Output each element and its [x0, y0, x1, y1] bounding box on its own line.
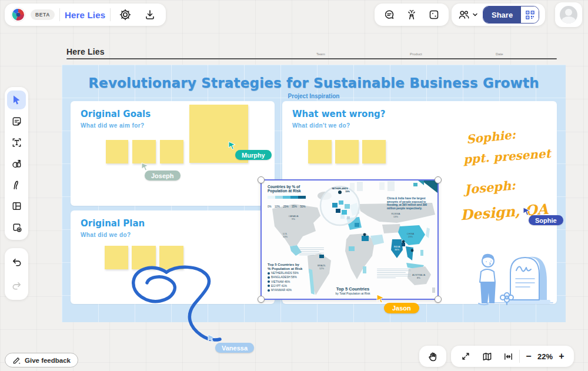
zoom-in-button[interactable]: + [554, 351, 569, 362]
zoom-level[interactable]: 22% [537, 352, 553, 361]
mourner-figure [479, 254, 496, 305]
svg-text:12%: 12% [319, 267, 324, 270]
topbar-tools [375, 4, 449, 26]
avatar-placeholder-icon [560, 6, 577, 24]
sticky-note[interactable] [106, 140, 128, 163]
tool-text[interactable] [7, 133, 26, 152]
sticky-note[interactable] [132, 140, 156, 163]
tool-import-media[interactable] [7, 218, 26, 236]
svg-text:36%: 36% [395, 248, 399, 251]
selection-handle-ne[interactable] [435, 176, 442, 183]
whiteboard-app: Here Lies Team Product Date Revolutionar… [0, 0, 588, 371]
undo-icon[interactable] [7, 253, 26, 272]
fit-width-icon[interactable] [498, 346, 518, 366]
panel-title: Original Goals [81, 109, 151, 119]
frame-title: Here Lies [66, 47, 105, 56]
panel-title: What went wrong? [292, 109, 386, 119]
tool-sections[interactable] [7, 196, 26, 215]
selection-handle-sw[interactable] [258, 296, 265, 303]
svg-text:59%: 59% [345, 190, 350, 193]
sticky-note[interactable] [362, 140, 386, 163]
cursor-sophie: Sophie [523, 207, 563, 225]
collaborators-button[interactable] [457, 5, 478, 25]
topbar-share: Share [452, 4, 545, 26]
cursor-murphy: Murphy [228, 141, 272, 160]
sticky-note[interactable] [160, 140, 183, 163]
svg-text:8%: 8% [417, 276, 420, 279]
map-top5-total: Top 5 Countries by Total Population at R… [320, 287, 385, 295]
download-icon[interactable] [140, 5, 160, 25]
divider [519, 350, 520, 363]
panel-subtitle: What did we aim for? [81, 122, 145, 129]
topbar-left: BETA Here Lies [5, 4, 166, 26]
panel-subtitle: What did we do? [81, 232, 131, 238]
user-avatar[interactable] [555, 2, 582, 27]
svg-text:9%: 9% [292, 218, 295, 220]
chevron-down-icon [472, 12, 478, 18]
tool-palette [5, 87, 28, 240]
svg-text:13%: 13% [283, 235, 288, 238]
comments-icon[interactable] [379, 5, 399, 25]
share-control: Share [483, 6, 539, 24]
magic-wand-icon[interactable] [402, 5, 422, 25]
redo-icon[interactable] [7, 276, 26, 295]
document-title[interactable]: Here Lies [65, 10, 105, 20]
frame-header-rule [66, 58, 557, 59]
map-fineprint [299, 246, 324, 255]
panel-subtitle: What didn't we do? [292, 122, 350, 129]
give-feedback-button[interactable]: Give feedback [5, 353, 78, 367]
map-fineprint [377, 268, 411, 278]
pencil-icon [12, 356, 21, 365]
qr-code-icon[interactable] [521, 6, 539, 23]
tool-sticky-note[interactable] [7, 112, 26, 131]
frame-field-product: Product [410, 52, 422, 56]
frame-field-date: Date [496, 52, 503, 56]
sticky-note[interactable] [308, 140, 332, 163]
tombstone-illustration[interactable] [470, 246, 564, 308]
divider [59, 8, 60, 21]
history-controls [5, 248, 28, 300]
sticky-note[interactable] [159, 246, 183, 269]
view-controls: − 22% + [451, 346, 574, 367]
tool-pen[interactable] [7, 175, 26, 194]
panel-title: Original Plan [81, 218, 145, 229]
selection-handle-se[interactable] [435, 296, 442, 303]
app-logo [11, 7, 26, 22]
legend-color-scale [268, 196, 309, 199]
cursor-vanessa: Vanessa [208, 334, 254, 353]
map-top5-percent: Top 5 Countries by % Population at Risk … [268, 263, 302, 292]
tool-shapes[interactable] [7, 154, 26, 173]
share-button[interactable]: Share [483, 6, 521, 23]
users-icon [457, 9, 470, 21]
settings-gear-icon[interactable] [115, 5, 135, 25]
hand-icon [427, 350, 439, 362]
board-title[interactable]: Revolutionary Strategies for Sustainable… [62, 75, 566, 91]
minimap-icon[interactable] [477, 346, 497, 366]
board-subtitle[interactable]: Project Inspiration [62, 93, 566, 99]
divider [110, 8, 111, 21]
insert-frame-icon[interactable] [424, 5, 444, 25]
sticky-note[interactable] [105, 246, 128, 269]
frame-field-team: Team [316, 52, 325, 56]
sticky-note[interactable] [132, 246, 156, 269]
beta-badge: BETA [31, 9, 55, 20]
zoom-out-button[interactable]: − [521, 351, 536, 362]
svg-text:23%: 23% [408, 235, 413, 238]
country-label: NETHERLANDS [332, 188, 348, 190]
cursor-joseph: Joseph [141, 162, 181, 181]
world-map-image[interactable]: CANADA 9% U.S. 13% BRAZIL 12% RUSSIA 13%… [260, 179, 439, 300]
sticky-note[interactable] [335, 140, 359, 163]
tool-select[interactable] [7, 91, 26, 109]
map-legend: Countries by % of Population at Risk 0%1… [268, 185, 309, 210]
selection-handle-nw[interactable] [258, 176, 265, 183]
svg-text:13%: 13% [393, 215, 398, 218]
cursor-jason: Jason [376, 294, 419, 313]
map-annotation: China & India have the largest amounts o… [387, 197, 433, 210]
fullscreen-icon[interactable] [456, 346, 476, 366]
hand-tool-button[interactable] [419, 346, 446, 367]
